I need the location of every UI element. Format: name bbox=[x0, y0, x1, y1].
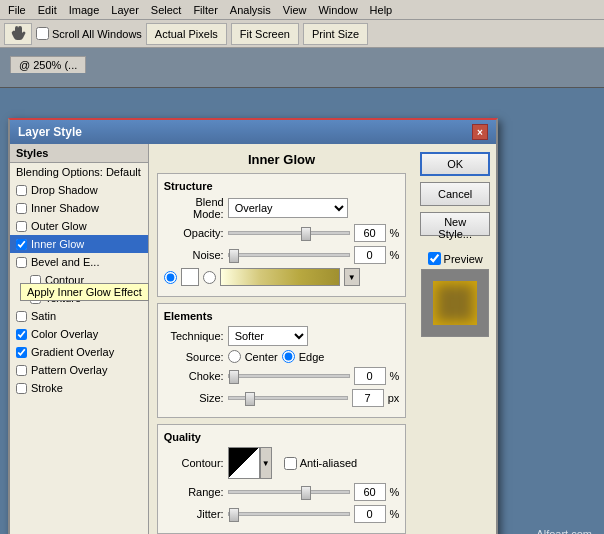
hand-tool-btn[interactable] bbox=[4, 23, 32, 45]
structure-label: Structure bbox=[164, 180, 400, 192]
scroll-all-windows-checkbox[interactable] bbox=[36, 27, 49, 40]
print-size-btn[interactable]: Print Size bbox=[303, 23, 368, 45]
ok-button[interactable]: OK bbox=[420, 152, 490, 176]
preview-label[interactable]: Preview bbox=[428, 252, 483, 265]
drop-shadow-checkbox[interactable] bbox=[16, 185, 27, 196]
style-item-blending[interactable]: Blending Options: Default bbox=[10, 163, 148, 181]
glow-gradient-radio[interactable] bbox=[203, 271, 216, 284]
noise-unit: % bbox=[390, 249, 400, 261]
inner-shadow-checkbox[interactable] bbox=[16, 203, 27, 214]
fit-screen-btn[interactable]: Fit Screen bbox=[231, 23, 299, 45]
noise-input[interactable] bbox=[354, 246, 386, 264]
menu-help[interactable]: Help bbox=[364, 2, 399, 18]
size-input[interactable] bbox=[352, 389, 384, 407]
toolbar: Scroll All Windows Actual Pixels Fit Scr… bbox=[0, 20, 604, 48]
pattern-overlay-checkbox[interactable] bbox=[16, 365, 27, 376]
preview-area: Preview bbox=[420, 252, 490, 337]
menu-edit[interactable]: Edit bbox=[32, 2, 63, 18]
style-item-outer-glow[interactable]: Outer Glow bbox=[10, 217, 148, 235]
menu-analysis[interactable]: Analysis bbox=[224, 2, 277, 18]
range-input[interactable] bbox=[354, 483, 386, 501]
style-item-drop-shadow[interactable]: Drop Shadow bbox=[10, 181, 148, 199]
contour-preview[interactable] bbox=[228, 447, 260, 479]
stroke-checkbox[interactable] bbox=[16, 383, 27, 394]
quality-box: Quality Contour: ▼ Anti-aliased bbox=[157, 424, 407, 534]
menu-filter[interactable]: Filter bbox=[187, 2, 223, 18]
range-unit: % bbox=[390, 486, 400, 498]
technique-select[interactable]: Softer Precise bbox=[228, 326, 308, 346]
layer-style-dialog: Layer Style × Styles Blending Options: D… bbox=[8, 118, 498, 534]
quality-label: Quality bbox=[164, 431, 400, 443]
technique-row: Technique: Softer Precise bbox=[164, 326, 400, 346]
source-center-label: Center bbox=[245, 351, 278, 363]
style-satin-label: Satin bbox=[31, 310, 56, 322]
source-row: Source: Center Edge bbox=[164, 350, 400, 363]
opacity-input[interactable]: 60 bbox=[354, 224, 386, 242]
cancel-button[interactable]: Cancel bbox=[420, 182, 490, 206]
menu-select[interactable]: Select bbox=[145, 2, 188, 18]
menu-bar: File Edit Image Layer Select Filter Anal… bbox=[0, 0, 604, 20]
inner-glow-checkbox[interactable] bbox=[16, 239, 27, 250]
range-row: Range: % bbox=[164, 483, 400, 501]
style-item-satin[interactable]: Satin bbox=[10, 307, 148, 325]
style-gradient-overlay-label: Gradient Overlay bbox=[31, 346, 114, 358]
color-overlay-checkbox[interactable] bbox=[16, 329, 27, 340]
contour-dropdown-arrow[interactable]: ▼ bbox=[260, 447, 272, 479]
jitter-slider[interactable] bbox=[228, 512, 350, 516]
contour-control: ▼ bbox=[228, 447, 272, 479]
menu-window[interactable]: Window bbox=[312, 2, 363, 18]
size-slider[interactable] bbox=[228, 396, 348, 400]
texture-checkbox[interactable] bbox=[30, 293, 41, 304]
choke-unit: % bbox=[390, 370, 400, 382]
dialog-body: Styles Blending Options: Default Drop Sh… bbox=[10, 144, 496, 534]
style-pattern-overlay-label: Pattern Overlay bbox=[31, 364, 107, 376]
preview-checkbox[interactable] bbox=[428, 252, 441, 265]
menu-file[interactable]: File bbox=[2, 2, 32, 18]
outer-glow-checkbox[interactable] bbox=[16, 221, 27, 232]
menu-image[interactable]: Image bbox=[63, 2, 106, 18]
style-item-gradient-overlay[interactable]: Gradient Overlay bbox=[10, 343, 148, 361]
range-slider[interactable] bbox=[228, 490, 350, 494]
contour-row: Contour: ▼ Anti-aliased bbox=[164, 447, 400, 479]
menu-layer[interactable]: Layer bbox=[105, 2, 145, 18]
main-area: Layer Style × Styles Blending Options: D… bbox=[0, 88, 604, 534]
choke-input[interactable] bbox=[354, 367, 386, 385]
style-item-inner-glow[interactable]: Inner Glow bbox=[10, 235, 148, 253]
canvas-tab[interactable]: @ 250% (... bbox=[10, 56, 86, 73]
glow-solid-radio[interactable] bbox=[164, 271, 177, 284]
style-item-bevel[interactable]: Bevel and E... bbox=[10, 253, 148, 271]
style-item-texture[interactable]: Texture bbox=[10, 289, 148, 307]
opacity-slider[interactable] bbox=[228, 231, 350, 235]
elements-label: Elements bbox=[164, 310, 400, 322]
satin-checkbox[interactable] bbox=[16, 311, 27, 322]
opacity-label: Opacity: bbox=[164, 227, 224, 239]
dialog-title-bar: Layer Style × bbox=[10, 120, 496, 144]
style-item-contour[interactable]: Contour bbox=[10, 271, 148, 289]
gradient-overlay-checkbox[interactable] bbox=[16, 347, 27, 358]
gradient-arrow[interactable]: ▼ bbox=[344, 268, 360, 286]
anti-aliased-checkbox[interactable] bbox=[284, 457, 297, 470]
bevel-checkbox[interactable] bbox=[16, 257, 27, 268]
scroll-all-windows-label[interactable]: Scroll All Windows bbox=[36, 27, 142, 40]
style-item-color-overlay[interactable]: Color Overlay bbox=[10, 325, 148, 343]
contour-style-checkbox[interactable] bbox=[30, 275, 41, 286]
jitter-input[interactable] bbox=[354, 505, 386, 523]
choke-slider[interactable] bbox=[228, 374, 350, 378]
source-edge-radio[interactable] bbox=[282, 350, 295, 363]
dialog-close-btn[interactable]: × bbox=[472, 124, 488, 140]
noise-slider[interactable] bbox=[228, 253, 350, 257]
style-item-inner-shadow[interactable]: Inner Shadow bbox=[10, 199, 148, 217]
new-style-button[interactable]: New Style... bbox=[420, 212, 490, 236]
blend-mode-label: Blend Mode: bbox=[164, 196, 224, 220]
source-label: Source: bbox=[164, 351, 224, 363]
watermark: Alfoart.com bbox=[536, 528, 592, 534]
color-swatch-white[interactable] bbox=[181, 268, 199, 286]
actual-pixels-btn[interactable]: Actual Pixels bbox=[146, 23, 227, 45]
style-item-pattern-overlay[interactable]: Pattern Overlay bbox=[10, 361, 148, 379]
gradient-preview[interactable] bbox=[220, 268, 340, 286]
source-center-radio[interactable] bbox=[228, 350, 241, 363]
style-item-stroke[interactable]: Stroke bbox=[10, 379, 148, 397]
menu-view[interactable]: View bbox=[277, 2, 313, 18]
contour-label: Contour: bbox=[164, 457, 224, 469]
blend-mode-select[interactable]: Overlay Normal Screen Multiply bbox=[228, 198, 348, 218]
